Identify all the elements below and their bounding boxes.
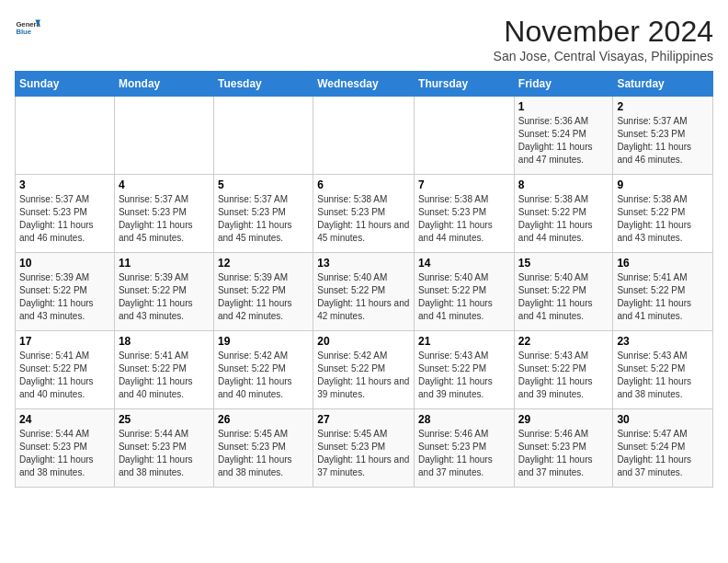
day-info: Sunrise: 5:41 AM Sunset: 5:22 PM Dayligh…: [617, 271, 709, 323]
day-number: 3: [19, 178, 110, 191]
day-number: 26: [218, 413, 309, 426]
day-info: Sunrise: 5:45 AM Sunset: 5:23 PM Dayligh…: [317, 428, 410, 479]
day-number: 27: [317, 413, 410, 426]
day-info: Sunrise: 5:36 AM Sunset: 5:24 PM Dayligh…: [518, 115, 609, 167]
day-info: Sunrise: 5:44 AM Sunset: 5:23 PM Dayligh…: [19, 428, 110, 479]
calendar-cell: 7Sunrise: 5:38 AM Sunset: 5:23 PM Daylig…: [415, 175, 515, 253]
title-block: November 2024 San Jose, Central Visayas,…: [494, 15, 713, 63]
calendar-cell: 6Sunrise: 5:38 AM Sunset: 5:23 PM Daylig…: [313, 175, 415, 253]
day-number: 10: [19, 257, 110, 270]
day-number: 7: [418, 178, 510, 191]
day-info: Sunrise: 5:40 AM Sunset: 5:22 PM Dayligh…: [518, 271, 609, 323]
svg-text:Blue: Blue: [16, 28, 31, 36]
day-number: 22: [518, 335, 609, 348]
day-number: 6: [317, 178, 410, 191]
main-title: November 2024: [494, 15, 713, 49]
day-info: Sunrise: 5:42 AM Sunset: 5:22 PM Dayligh…: [218, 350, 309, 401]
calendar-cell: 28Sunrise: 5:46 AM Sunset: 5:23 PM Dayli…: [415, 409, 515, 488]
day-info: Sunrise: 5:41 AM Sunset: 5:22 PM Dayligh…: [119, 350, 210, 401]
calendar-cell: [16, 97, 115, 175]
day-number: 4: [119, 178, 210, 191]
day-number: 14: [418, 257, 510, 270]
day-info: Sunrise: 5:43 AM Sunset: 5:22 PM Dayligh…: [518, 350, 609, 401]
calendar-cell: 20Sunrise: 5:42 AM Sunset: 5:22 PM Dayli…: [313, 331, 415, 409]
calendar-week-4: 17Sunrise: 5:41 AM Sunset: 5:22 PM Dayli…: [16, 331, 713, 409]
day-number: 2: [617, 100, 709, 113]
day-number: 13: [317, 257, 410, 270]
page-header: General Blue November 2024 San Jose, Cen…: [15, 15, 713, 63]
day-number: 16: [617, 257, 709, 270]
calendar-header-row: SundayMondayTuesdayWednesdayThursdayFrid…: [16, 72, 713, 97]
day-number: 20: [317, 335, 410, 348]
calendar-cell: 3Sunrise: 5:37 AM Sunset: 5:23 PM Daylig…: [16, 175, 115, 253]
col-header-saturday: Saturday: [613, 72, 713, 97]
day-number: 19: [218, 335, 309, 348]
col-header-tuesday: Tuesday: [213, 72, 313, 97]
day-number: 5: [218, 178, 309, 191]
calendar-cell: 29Sunrise: 5:46 AM Sunset: 5:23 PM Dayli…: [514, 409, 613, 488]
day-info: Sunrise: 5:41 AM Sunset: 5:22 PM Dayligh…: [19, 350, 110, 401]
day-info: Sunrise: 5:46 AM Sunset: 5:23 PM Dayligh…: [518, 428, 609, 479]
day-info: Sunrise: 5:47 AM Sunset: 5:24 PM Dayligh…: [617, 428, 709, 479]
day-number: 15: [518, 257, 609, 270]
calendar-cell: 26Sunrise: 5:45 AM Sunset: 5:23 PM Dayli…: [213, 409, 313, 488]
calendar-week-1: 1Sunrise: 5:36 AM Sunset: 5:24 PM Daylig…: [16, 97, 713, 175]
day-info: Sunrise: 5:38 AM Sunset: 5:23 PM Dayligh…: [317, 193, 410, 245]
day-number: 1: [518, 100, 609, 113]
day-info: Sunrise: 5:38 AM Sunset: 5:22 PM Dayligh…: [518, 193, 609, 245]
day-number: 21: [418, 335, 510, 348]
calendar-cell: 10Sunrise: 5:39 AM Sunset: 5:22 PM Dayli…: [16, 253, 115, 331]
day-info: Sunrise: 5:39 AM Sunset: 5:22 PM Dayligh…: [119, 271, 210, 323]
col-header-monday: Monday: [114, 72, 213, 97]
day-number: 17: [19, 335, 110, 348]
day-info: Sunrise: 5:44 AM Sunset: 5:23 PM Dayligh…: [119, 428, 210, 479]
calendar-cell: 19Sunrise: 5:42 AM Sunset: 5:22 PM Dayli…: [213, 331, 313, 409]
day-number: 29: [518, 413, 609, 426]
col-header-wednesday: Wednesday: [313, 72, 415, 97]
day-info: Sunrise: 5:45 AM Sunset: 5:23 PM Dayligh…: [218, 428, 309, 479]
calendar-cell: 2Sunrise: 5:37 AM Sunset: 5:23 PM Daylig…: [613, 97, 713, 175]
logo: General Blue: [15, 15, 40, 40]
day-number: 25: [119, 413, 210, 426]
day-number: 28: [418, 413, 510, 426]
calendar-cell: 17Sunrise: 5:41 AM Sunset: 5:22 PM Dayli…: [16, 331, 115, 409]
day-number: 9: [617, 178, 709, 191]
day-number: 18: [119, 335, 210, 348]
day-number: 8: [518, 178, 609, 191]
calendar-cell: 25Sunrise: 5:44 AM Sunset: 5:23 PM Dayli…: [114, 409, 213, 488]
calendar-week-2: 3Sunrise: 5:37 AM Sunset: 5:23 PM Daylig…: [16, 175, 713, 253]
day-info: Sunrise: 5:46 AM Sunset: 5:23 PM Dayligh…: [418, 428, 510, 479]
day-number: 30: [617, 413, 709, 426]
col-header-friday: Friday: [514, 72, 613, 97]
calendar-cell: 8Sunrise: 5:38 AM Sunset: 5:22 PM Daylig…: [514, 175, 613, 253]
calendar-cell: 14Sunrise: 5:40 AM Sunset: 5:22 PM Dayli…: [415, 253, 515, 331]
day-info: Sunrise: 5:38 AM Sunset: 5:23 PM Dayligh…: [418, 193, 510, 245]
day-number: 11: [119, 257, 210, 270]
calendar-cell: 18Sunrise: 5:41 AM Sunset: 5:22 PM Dayli…: [114, 331, 213, 409]
calendar-cell: 11Sunrise: 5:39 AM Sunset: 5:22 PM Dayli…: [114, 253, 213, 331]
calendar-cell: [213, 97, 313, 175]
day-info: Sunrise: 5:43 AM Sunset: 5:22 PM Dayligh…: [418, 350, 510, 401]
calendar-cell: 21Sunrise: 5:43 AM Sunset: 5:22 PM Dayli…: [415, 331, 515, 409]
day-info: Sunrise: 5:37 AM Sunset: 5:23 PM Dayligh…: [119, 193, 210, 245]
calendar-cell: 12Sunrise: 5:39 AM Sunset: 5:22 PM Dayli…: [213, 253, 313, 331]
calendar-cell: 9Sunrise: 5:38 AM Sunset: 5:22 PM Daylig…: [613, 175, 713, 253]
calendar-cell: 5Sunrise: 5:37 AM Sunset: 5:23 PM Daylig…: [213, 175, 313, 253]
day-info: Sunrise: 5:38 AM Sunset: 5:22 PM Dayligh…: [617, 193, 709, 245]
day-number: 23: [617, 335, 709, 348]
day-info: Sunrise: 5:40 AM Sunset: 5:22 PM Dayligh…: [317, 271, 410, 323]
calendar-table: SundayMondayTuesdayWednesdayThursdayFrid…: [15, 71, 713, 488]
calendar-week-5: 24Sunrise: 5:44 AM Sunset: 5:23 PM Dayli…: [16, 409, 713, 488]
calendar-week-3: 10Sunrise: 5:39 AM Sunset: 5:22 PM Dayli…: [16, 253, 713, 331]
day-number: 12: [218, 257, 309, 270]
col-header-thursday: Thursday: [415, 72, 515, 97]
col-header-sunday: Sunday: [16, 72, 115, 97]
day-info: Sunrise: 5:37 AM Sunset: 5:23 PM Dayligh…: [218, 193, 309, 245]
calendar-cell: 30Sunrise: 5:47 AM Sunset: 5:24 PM Dayli…: [613, 409, 713, 488]
calendar-cell: 13Sunrise: 5:40 AM Sunset: 5:22 PM Dayli…: [313, 253, 415, 331]
calendar-cell: [415, 97, 515, 175]
day-info: Sunrise: 5:42 AM Sunset: 5:22 PM Dayligh…: [317, 350, 410, 401]
calendar-cell: 22Sunrise: 5:43 AM Sunset: 5:22 PM Dayli…: [514, 331, 613, 409]
calendar-cell: 16Sunrise: 5:41 AM Sunset: 5:22 PM Dayli…: [613, 253, 713, 331]
day-info: Sunrise: 5:37 AM Sunset: 5:23 PM Dayligh…: [617, 115, 709, 167]
